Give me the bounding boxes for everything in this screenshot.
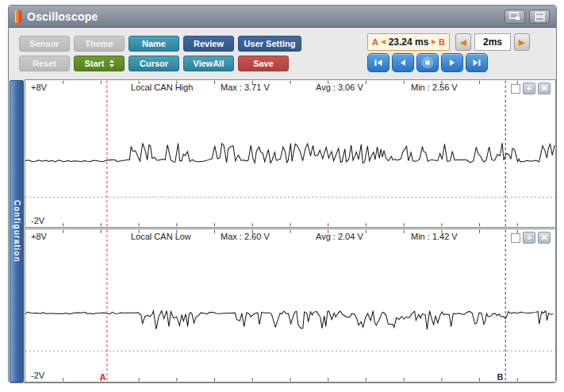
left-triangle-icon: ◀ [460,37,466,48]
plus-icon: + [527,84,531,93]
channel-1-close-button[interactable]: ✕ [538,83,551,94]
channel-2-max-stat: Max : 2.60 V [221,232,270,241]
configuration-tab-label: Configuration [13,200,21,263]
start-button[interactable]: Start [74,56,125,71]
cursor-button[interactable]: Cursor [129,56,179,71]
skip-to-end-button[interactable] [466,53,488,72]
channel-2-top-range-label: +8V [31,232,47,241]
close-icon: ✕ [540,84,547,93]
start-spinner-icon [109,60,114,67]
tile-windows-button[interactable] [529,10,550,24]
playback-controls [367,53,488,72]
channel-1-name: Local CAN High [131,83,193,92]
window-title: Oscilloscope [27,10,501,23]
channel-1-min-stat: Min : 2.56 V [411,83,458,92]
cursor-a-readout-label: A [372,37,378,47]
channel-2-select-checkbox[interactable] [511,233,520,243]
plus-icon: + [527,233,531,242]
timebase-value[interactable]: 2ms [474,33,511,51]
channel-1-top-range-label: +8V [31,83,47,92]
theme-button[interactable]: Theme [74,36,125,52]
cursor-delta-value: 23.24 ms [388,37,429,48]
cursor-b-readout-label: B [439,37,445,47]
reset-button[interactable]: Reset [19,56,70,71]
cursor-b-handle[interactable]: B [497,372,503,382]
channel-1-select-checkbox[interactable] [511,84,520,94]
app-icon [15,10,21,23]
channel-2-zoom-add-button[interactable]: + [523,232,535,244]
skip-end-icon [470,56,483,69]
cursor-b-marker-icon: ▶ [432,39,436,45]
channel-1-avg-stat: Avg : 3.06 V [316,83,363,92]
forward-icon [446,56,458,69]
channel-2-min-stat: Min : 1.42 V [411,232,458,241]
skip-start-icon [372,56,385,69]
user-setting-button[interactable]: User Setting [238,36,301,52]
viewall-button[interactable]: ViewAll [183,56,234,71]
cursor-a-handle[interactable]: A [100,372,106,382]
step-forward-button[interactable] [441,53,463,72]
start-button-label: Start [84,59,104,68]
toolbar: Sensor Theme Name Review User Setting Re… [9,28,556,79]
review-button[interactable]: Review [183,36,234,52]
capture-window-button[interactable] [505,10,525,24]
channel-2-waveform [25,229,555,382]
channel-1-max-stat: Max : 3.71 V [221,83,270,92]
plot-area: Configuration +8V Local CAN High Max : 3… [9,79,556,382]
close-icon: ✕ [540,233,547,242]
stop-button[interactable] [416,53,439,72]
channel-2-close-button[interactable]: ✕ [538,232,551,244]
channel-2-name: Local CAN Low [131,232,191,241]
configuration-tab[interactable]: Configuration [10,80,24,382]
cursor-a-marker-icon: ◀ [381,39,386,45]
channel-2-avg-stat: Avg : 2.04 V [316,232,363,241]
right-triangle-icon: ▶ [519,37,525,48]
title-bar: Oscilloscope [9,6,556,28]
capture-icon [509,12,520,21]
channel-2-bottom-range-label: -2V [31,371,44,380]
step-back-button[interactable] [392,53,414,72]
back-icon [397,56,409,69]
cursor-delta-readout: A ◀ 23.24 ms ▶ B [367,33,450,51]
channel-1-bottom-range-label: -2V [31,216,44,225]
sensor-button[interactable]: Sensor [19,36,70,52]
save-button[interactable]: Save [238,56,289,71]
name-button[interactable]: Name [129,36,179,52]
channel-1-zoom-add-button[interactable]: + [523,83,535,94]
tile-windows-icon [535,12,545,21]
timebase-increase-button[interactable]: ▶ [514,33,530,51]
stop-icon [420,56,435,70]
channel-1-waveform [25,80,555,227]
timebase-decrease-button[interactable]: ◀ [455,33,471,51]
oscilloscope-window: Oscilloscope Sensor Theme Name Review Us… [8,5,557,383]
skip-to-start-button[interactable] [367,53,389,72]
channel-1-panel: +8V Local CAN High Max : 3.71 V Avg : 3.… [25,79,556,228]
channel-2-panel: +8V Local CAN Low Max : 2.60 V Avg : 2.0… [25,229,556,382]
